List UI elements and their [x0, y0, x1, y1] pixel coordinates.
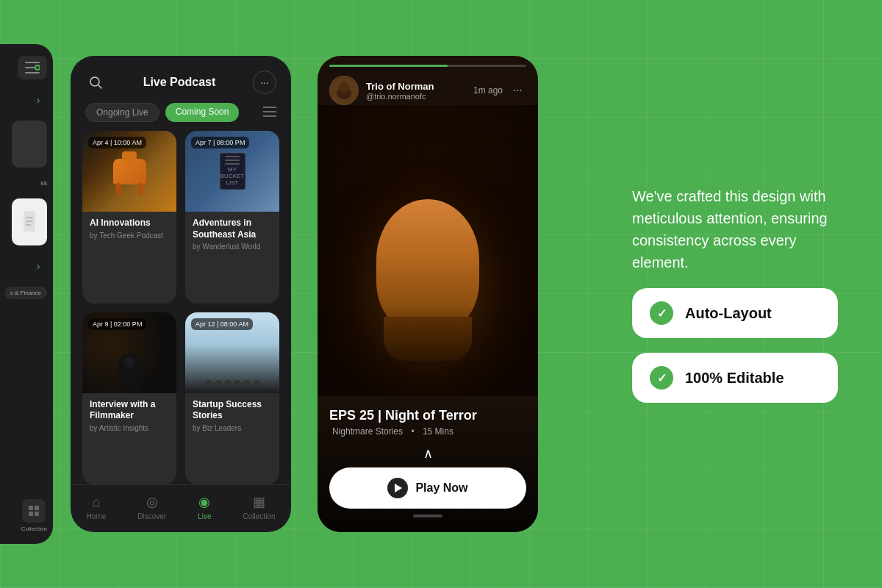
pod-thumb-3: Apr 9 | 02:00 PM [82, 312, 176, 393]
story-user-info: Trio of Norman @trio.normanofc [366, 81, 434, 101]
feature-label-editable: 100% Editable [685, 370, 784, 387]
episode-meta: Nightmare Stories • 15 Mins [329, 426, 526, 437]
episode-duration: 15 Mins [423, 426, 453, 437]
play-now-button[interactable]: Play Now [329, 467, 526, 509]
nav-live-label: Live [198, 512, 211, 520]
crowd-head-2 [215, 380, 222, 387]
pod-card-4[interactable]: Apr 12 | 08:00 AM Startup Success Storie… [185, 312, 279, 485]
more-options-icon[interactable]: ··· [253, 71, 276, 94]
svg-rect-10 [29, 512, 33, 516]
date-badge-3: Apr 9 | 02:00 PM [88, 318, 146, 330]
play-icon [387, 478, 408, 498]
pod-card-1[interactable]: Apr 4 | 10:00 AM AI Innovations by Tech … [82, 131, 176, 304]
right-info-panel: We've crafted this design with meticulou… [632, 185, 838, 403]
pod-title-3: Interview with a Filmmaker [90, 399, 169, 422]
chevron-up: ∧ [329, 445, 526, 462]
left-chevron-2-icon[interactable]: › [29, 257, 47, 275]
ghost-figure [318, 105, 538, 396]
pod-card-2[interactable]: MYBUCKETLIST Apr 7 | 08:00 PM Adventures… [185, 131, 279, 304]
mid-header: Live Podcast ··· [71, 56, 291, 103]
svg-rect-7 [26, 224, 31, 226]
left-top-icon [18, 56, 47, 79]
left-collection-label: Collection [21, 526, 47, 532]
book-inner: MYBUCKETLIST [220, 153, 245, 190]
story-user: Trio of Norman @trio.normanofc [329, 76, 434, 105]
phone-left: › ss › s & Finance Collection [0, 44, 53, 544]
story-name: Trio of Norman [366, 81, 434, 92]
svg-rect-9 [35, 506, 39, 510]
episode-bullet: • [411, 426, 417, 437]
svg-point-12 [90, 77, 99, 86]
feature-label-auto-layout: Auto-Layout [685, 305, 772, 322]
svg-rect-1 [25, 67, 35, 68]
story-meta: 1m ago ··· [473, 82, 526, 99]
pod-author-1: by Tech Geek Podcast [90, 232, 169, 240]
pod-author-4: by Biz Leaders [193, 424, 272, 432]
tab-coming-soon[interactable]: Coming Soon [165, 103, 240, 122]
pod-author-3: by Artistic Insights [90, 424, 169, 432]
svg-rect-5 [26, 217, 33, 218]
checkmark-1: ✓ [657, 306, 667, 320]
svg-rect-8 [29, 506, 33, 510]
crowd-head-5 [243, 380, 251, 387]
story-header: Trio of Norman @trio.normanofc 1m ago ··… [318, 67, 538, 105]
search-icon[interactable] [85, 72, 106, 93]
pod-author-2: by Wanderlust World [193, 243, 272, 251]
tab-ongoing-live[interactable]: Ongoing Live [85, 103, 159, 122]
pod-thumb-2: MYBUCKETLIST Apr 7 | 08:00 PM [185, 131, 279, 212]
discover-icon: ◎ [146, 494, 158, 510]
story-image [318, 105, 538, 396]
crowd-head-4 [234, 380, 241, 387]
date-badge-2: Apr 7 | 08:00 PM [191, 137, 249, 148]
live-icon: ◉ [198, 494, 210, 510]
story-time: 1m ago [473, 85, 503, 96]
svg-point-3 [35, 65, 40, 70]
left-collection-icon [22, 499, 46, 523]
svg-rect-0 [25, 62, 40, 63]
pod-info-4: Startup Success Stories by Biz Leaders [185, 393, 279, 440]
date-badge-4: Apr 12 | 08:00 AM [191, 318, 253, 330]
episode-series: Nightmare Stories [332, 426, 403, 437]
info-description: We've crafted this design with meticulou… [632, 185, 838, 273]
collection-icon: ▦ [253, 494, 265, 510]
left-thumb-card-1 [12, 121, 47, 168]
book-line-1 [225, 156, 240, 157]
phone-mid: Live Podcast ··· Ongoing Live Coming Soo… [71, 56, 291, 532]
list-view-icon[interactable] [263, 107, 276, 119]
svg-point-19 [339, 82, 349, 93]
crowd-head-3 [224, 380, 232, 387]
crowd-head-1 [205, 380, 212, 387]
left-thumb-card-2 [12, 198, 47, 245]
more-btn[interactable]: ··· [509, 82, 526, 99]
pod-thumb-1: Apr 4 | 10:00 AM [82, 131, 176, 212]
play-triangle [395, 484, 402, 492]
feature-card-auto-layout[interactable]: ✓ Auto-Layout [632, 288, 838, 338]
story-progress [318, 56, 538, 67]
date-badge-1: Apr 4 | 10:00 AM [88, 137, 146, 148]
nav-collection[interactable]: ▦ Collection [243, 494, 276, 520]
pod-info-1: AI Innovations by Tech Geek Podcast [82, 212, 176, 247]
bottom-nav: ⌂ Home ◎ Discover ◉ Live ▦ Collection [71, 484, 291, 532]
chevron-up-icon: ∧ [423, 445, 433, 462]
svg-line-13 [98, 85, 101, 88]
left-finance-tag: s & Finance [4, 287, 47, 299]
home-icon: ⌂ [92, 495, 100, 510]
svg-rect-6 [26, 220, 33, 222]
pod-info-3: Interview with a Filmmaker by Artistic I… [82, 393, 176, 440]
mid-title: Live Podcast [143, 76, 216, 89]
left-chevron-icon[interactable]: › [29, 91, 47, 109]
pod-card-3[interactable]: Apr 9 | 02:00 PM Interview with a Filmma… [82, 312, 176, 485]
feature-card-editable[interactable]: ✓ 100% Editable [632, 353, 838, 403]
crowd-head-6 [253, 380, 260, 387]
checkmark-2: ✓ [657, 371, 667, 385]
book-line-3 [225, 163, 240, 165]
pod-title-1: AI Innovations [90, 218, 169, 229]
pod-info-2: Adventures in Southeast Asia by Wanderlu… [185, 212, 279, 258]
nav-home[interactable]: ⌂ Home [87, 495, 107, 520]
crowd-row [205, 380, 260, 387]
nav-discover[interactable]: ◎ Discover [137, 494, 166, 520]
left-bottom-col: Collection [21, 499, 47, 532]
story-handle: @trio.normanofc [366, 92, 434, 101]
pod-thumb-4: Apr 12 | 08:00 AM [185, 312, 279, 393]
nav-live[interactable]: ◉ Live [198, 494, 211, 520]
